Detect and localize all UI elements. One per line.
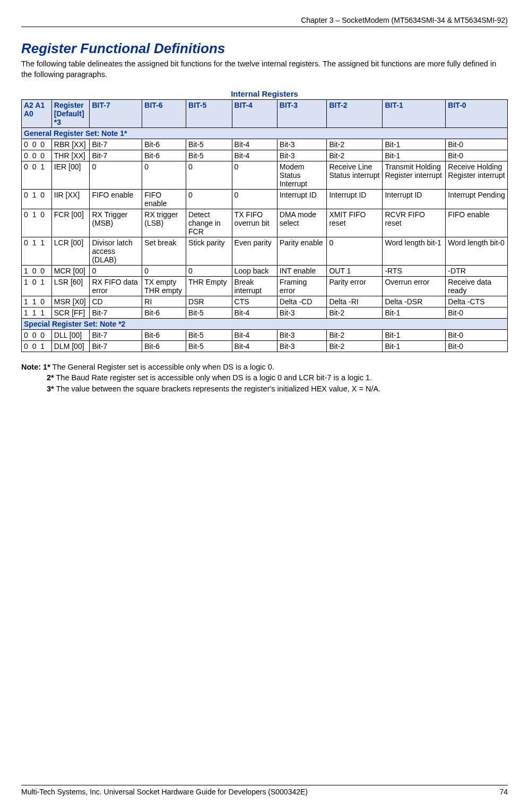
col-bit0: BIT-0	[446, 100, 508, 128]
cell-addr: 1 1 1	[22, 307, 52, 319]
cell: DMA mode select	[277, 209, 327, 237]
cell: 0	[90, 161, 142, 190]
table-row: 0 1 1LCR [00]Divisor latch access (DLAB)…	[22, 237, 508, 266]
cell: 0	[327, 237, 383, 266]
cell: Interrupt ID	[383, 190, 446, 209]
cell: Bit-2	[327, 139, 383, 150]
cell: Bit-4	[232, 341, 277, 352]
cell: Bit-5	[186, 307, 232, 319]
section-title: Register Functional Definitions	[21, 40, 508, 57]
cell: Even parity	[232, 237, 277, 266]
cell: RX FIFO data error	[90, 277, 142, 296]
cell: Bit-6	[142, 139, 186, 150]
cell: 0	[232, 161, 277, 190]
cell: Bit-6	[142, 330, 186, 341]
cell: Break interrupt	[232, 277, 277, 296]
cell-reg: LSR [60]	[51, 277, 90, 296]
cell: Bit-1	[383, 330, 446, 341]
cell: Bit-5	[186, 330, 232, 341]
cell: Delta -DSR	[383, 296, 446, 307]
table-title: Internal Registers	[21, 89, 508, 98]
cell: Bit-2	[327, 330, 383, 341]
cell: Overrun error	[383, 277, 446, 296]
cell-addr: 0 0 1	[22, 161, 52, 190]
table-row: 0 0 1DLM [00]Bit-7Bit-6Bit-5Bit-4Bit-3Bi…	[22, 341, 508, 352]
note-3-marker: 3*	[47, 384, 54, 393]
cell: Bit-7	[90, 341, 142, 352]
cell: Bit-1	[383, 341, 446, 352]
cell: Bit-6	[142, 307, 186, 319]
col-bit4: BIT-4	[232, 100, 277, 128]
cell-reg: DLL [00]	[51, 330, 90, 341]
table-row: 0 0 0RBR [XX]Bit-7Bit-6Bit-5Bit-4Bit-3Bi…	[22, 139, 508, 150]
cell-reg: SCR [FF]	[51, 307, 90, 319]
cell: RX trigger (LSB)	[142, 209, 186, 237]
cell-reg: MCR [00]	[51, 266, 90, 277]
cell: Delta -CD	[277, 296, 327, 307]
cell: 0	[142, 266, 186, 277]
cell: Detect change in FCR	[186, 209, 232, 237]
cell: Parity error	[327, 277, 383, 296]
col-addr: A2 A1 A0	[22, 100, 52, 128]
cell-reg: RBR [XX]	[51, 139, 90, 150]
cell: Word length bit-1	[383, 237, 446, 266]
cell: Bit-0	[446, 307, 508, 319]
cell: Bit-2	[327, 150, 383, 161]
cell: TX FIFO overrun bit	[232, 209, 277, 237]
section-row-special: Special Register Set: Note *2	[22, 319, 508, 330]
section-label: General Register Set: Note 1*	[22, 128, 508, 139]
note-label: Note:	[21, 363, 41, 371]
cell: 0	[90, 266, 142, 277]
cell: -DTR	[446, 266, 508, 277]
cell: Bit-5	[186, 341, 232, 352]
table-row: 0 0 1IER [00]0000Modem Status InterruptR…	[22, 161, 508, 190]
table-row: 0 0 0THR [XX]Bit-7Bit-6Bit-5Bit-4Bit-3Bi…	[22, 150, 508, 161]
cell: Bit-6	[142, 341, 186, 352]
registers-table: A2 A1 A0 Register [Default] *3 BIT-7 BIT…	[21, 99, 508, 352]
cell: Bit-5	[186, 150, 232, 161]
page-header: Chapter 3 – SocketModem (MT5634SMI-34 & …	[21, 16, 508, 24]
cell: 0	[142, 161, 186, 190]
cell: Bit-4	[232, 150, 277, 161]
cell: Bit-7	[90, 150, 142, 161]
cell: -RTS	[383, 266, 446, 277]
cell: OUT 1	[327, 266, 383, 277]
table-row: 0 0 0DLL [00]Bit-7Bit-6Bit-5Bit-4Bit-3Bi…	[22, 330, 508, 341]
cell: Bit-1	[383, 150, 446, 161]
cell-addr: 0 0 0	[22, 139, 52, 150]
table-row: 1 0 0MCR [00]000Loop backINT enableOUT 1…	[22, 266, 508, 277]
cell: Bit-4	[232, 139, 277, 150]
cell: Bit-2	[327, 307, 383, 319]
col-bit5: BIT-5	[186, 100, 232, 128]
cell: Bit-6	[142, 150, 186, 161]
cell: Bit-7	[90, 139, 142, 150]
cell: Stick parity	[186, 237, 232, 266]
cell-addr: 0 0 1	[22, 341, 52, 352]
cell: FIFO enable	[446, 209, 508, 237]
cell: FIFO enable	[142, 190, 186, 209]
table-row: 1 0 1LSR [60]RX FIFO data errorTX empty …	[22, 277, 508, 296]
note-2-text: The Baud Rate register set is accessible…	[54, 373, 372, 382]
cell: Bit-1	[383, 139, 446, 150]
cell: Word length bit-0	[446, 237, 508, 266]
cell-addr: 0 0 0	[22, 330, 52, 341]
cell: 0	[186, 190, 232, 209]
col-bit1: BIT-1	[383, 100, 446, 128]
cell: THR Empty	[186, 277, 232, 296]
cell: 0	[232, 190, 277, 209]
table-header-row: A2 A1 A0 Register [Default] *3 BIT-7 BIT…	[22, 100, 508, 128]
intro-text: The following table delineates the assig…	[21, 59, 508, 80]
col-bit6: BIT-6	[142, 100, 186, 128]
cell-addr: 1 0 0	[22, 266, 52, 277]
col-bit7: BIT-7	[90, 100, 142, 128]
section-label: Special Register Set: Note *2	[22, 319, 508, 330]
col-register: Register [Default] *3	[51, 100, 90, 128]
cell: Bit-1	[383, 307, 446, 319]
cell: Framing error	[277, 277, 327, 296]
cell-addr: 1 0 1	[22, 277, 52, 296]
note-2-marker: 2*	[47, 373, 54, 382]
col-bit3: BIT-3	[277, 100, 327, 128]
cell: 0	[186, 161, 232, 190]
cell: XMIT FIFO reset	[327, 209, 383, 237]
cell: Interrupt ID	[327, 190, 383, 209]
